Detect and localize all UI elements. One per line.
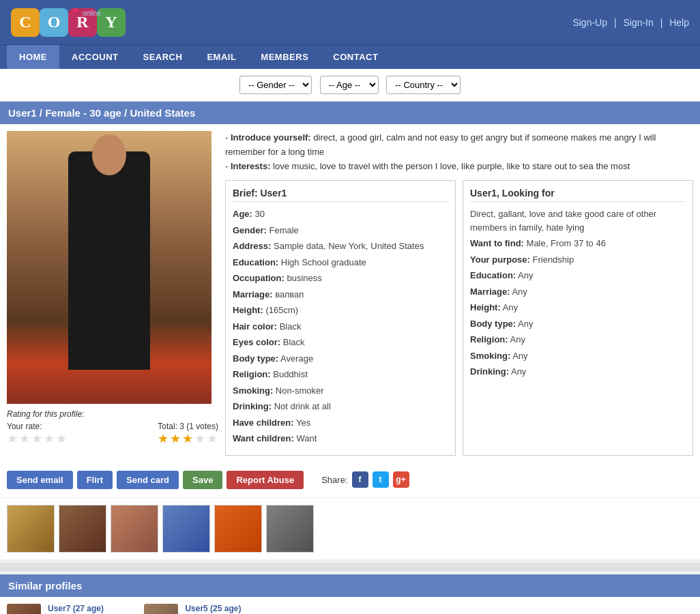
- detail-row: Drinking: Not drink at all: [233, 400, 448, 413]
- looking-for-row: Height: Any: [470, 301, 686, 315]
- logo-y: Y: [97, 8, 126, 37]
- signup-link[interactable]: Sign-Up: [572, 17, 607, 28]
- detail-row: Gender: Female: [233, 224, 448, 237]
- detail-row: Age: 30: [233, 207, 448, 221]
- help-link[interactable]: Help: [669, 17, 689, 28]
- looking-for-row: Education: Any: [470, 269, 686, 282]
- similar-profiles-list: User7 (27 age) Somewhere, New York User5…: [0, 597, 700, 614]
- similar-name-1: User7 (27 age): [48, 604, 130, 613]
- profile-right: - Introduce yourself: direct, a good gir…: [225, 131, 693, 456]
- similar-profile-item[interactable]: User5 (25 age) Somewhere, New York: [144, 604, 267, 614]
- profile-left: Rating for this profile: Your rate: ★ ★ …: [7, 131, 218, 456]
- looking-for-row: Marriage: Any: [470, 285, 686, 299]
- similar-section: Similar profiles User7 (27 age) Somewher…: [0, 574, 700, 614]
- intro-label-1: Introduce yourself:: [231, 132, 311, 143]
- send-email-button[interactable]: Send email: [7, 471, 73, 489]
- detail-row: Religion: Buddhist: [233, 368, 448, 381]
- thumbnail-6[interactable]: [266, 505, 314, 553]
- total-star-1: ★: [158, 431, 169, 446]
- intro-text-2: love music, love to travel with the pers…: [270, 161, 630, 171]
- googleplus-share-icon[interactable]: g+: [393, 471, 409, 488]
- profile-header-bar: User1 / Female - 30 age / United States: [0, 102, 700, 124]
- detail-row: Education: High School graduate: [233, 256, 448, 269]
- nav-email[interactable]: EMAIL: [194, 45, 248, 69]
- country-select[interactable]: -- Country --: [386, 76, 461, 94]
- similar-name-2: User5 (25 age): [185, 604, 267, 613]
- heart-icon: ♥: [72, 5, 78, 16]
- rating-area: Rating for this profile: Your rate: ★ ★ …: [7, 404, 218, 452]
- save-button[interactable]: Save: [183, 471, 222, 489]
- twitter-share-icon[interactable]: t: [373, 471, 389, 488]
- total-star-3: ★: [182, 431, 193, 446]
- total-stars: ★ ★ ★ ★ ★: [158, 431, 218, 446]
- looking-for-row: Body type: Any: [470, 317, 686, 331]
- share-area: Share: f t g+: [321, 471, 409, 488]
- similar-avatar-1: [7, 604, 41, 614]
- filter-bar: -- Gender -- Male Female -- Age -- -- Co…: [0, 69, 700, 102]
- thumbnail-3[interactable]: [111, 505, 158, 553]
- photo-figure: [68, 151, 150, 370]
- photo-head: [92, 134, 126, 175]
- report-abuse-button[interactable]: Report Abuse: [227, 471, 304, 489]
- detail-row: Hair color: Black: [233, 320, 448, 334]
- detail-row: Smoking: Non-smoker: [233, 384, 448, 398]
- looking-for-row: Smoking: Any: [470, 349, 686, 363]
- header-links: Sign-Up | Sign-In | Help: [572, 17, 689, 28]
- similar-header: Similar profiles: [0, 574, 700, 597]
- brief-header: Brief: User1: [233, 188, 448, 202]
- nav-bar: HOME ACCOUNT SEARCH EMAIL MEMBERS CONTAC…: [0, 44, 700, 69]
- detail-row: Height: (165cm): [233, 304, 448, 317]
- detail-row: Address: Sample data, New York, United S…: [233, 239, 448, 253]
- thumbnails: [0, 497, 700, 559]
- logo-c: C: [11, 8, 40, 37]
- looking-for-row: Want to find: Male, From 37 to 46: [470, 237, 686, 250]
- looking-for-header: User1, Looking for: [470, 188, 686, 202]
- share-label: Share:: [321, 475, 347, 485]
- profile-tables: Brief: User1 Age: 30Gender: FemaleAddres…: [225, 180, 693, 456]
- looking-for-list: Direct, gallant, love and take good care…: [470, 207, 686, 379]
- detail-row: Eyes color: Black: [233, 336, 448, 349]
- flirt-button[interactable]: Flirt: [77, 471, 113, 489]
- total-star-4: ★: [194, 431, 205, 446]
- nav-account[interactable]: ACCOUNT: [59, 45, 131, 69]
- profile-table-right: User1, Looking for Direct, gallant, love…: [463, 180, 693, 456]
- total-star-5: ★: [207, 431, 218, 446]
- intro-label-2: Interests:: [231, 161, 271, 171]
- total-star-2: ★: [170, 431, 181, 446]
- your-stars[interactable]: ★ ★ ★ ★ ★: [7, 431, 67, 446]
- rating-label: Rating for this profile:: [7, 409, 218, 419]
- logo-o: O: [40, 8, 68, 37]
- star-2[interactable]: ★: [19, 431, 30, 446]
- star-3[interactable]: ★: [31, 431, 42, 446]
- age-select[interactable]: -- Age --: [320, 76, 379, 94]
- detail-row: Marriage: вапвап: [233, 288, 448, 302]
- details-list: Age: 30Gender: FemaleAddress: Sample dat…: [233, 207, 448, 445]
- nav-search[interactable]: SEARCH: [131, 45, 195, 69]
- intro-text: - Introduce yourself: direct, a good gir…: [225, 131, 693, 173]
- nav-members[interactable]: MEMBERS: [248, 45, 321, 69]
- thumbnail-4[interactable]: [162, 505, 210, 553]
- thumbnail-2[interactable]: [59, 505, 106, 553]
- similar-profile-item[interactable]: User7 (27 age) Somewhere, New York: [7, 604, 130, 614]
- similar-avatar-2: [144, 604, 178, 614]
- detail-row: Occupation: business: [233, 272, 448, 285]
- nav-home[interactable]: HOME: [7, 45, 59, 69]
- profile-body: Rating for this profile: Your rate: ★ ★ …: [0, 124, 700, 463]
- send-card-button[interactable]: Send card: [117, 471, 179, 489]
- thumbnail-1[interactable]: [7, 505, 55, 553]
- star-1[interactable]: ★: [7, 431, 18, 446]
- profile-table-left: Brief: User1 Age: 30Gender: FemaleAddres…: [225, 180, 456, 456]
- signin-link[interactable]: Sign-In: [623, 17, 653, 28]
- nav-contact[interactable]: CONTACT: [321, 45, 390, 69]
- looking-for-row: Religion: Any: [470, 333, 686, 347]
- your-rate-label: Your rate:: [7, 422, 67, 431]
- rating-row: Your rate: ★ ★ ★ ★ ★ Total: 3 (1 votes) …: [7, 422, 218, 446]
- thumbnail-5[interactable]: [214, 505, 262, 553]
- logo-area: C O R Y ♥ online: [11, 8, 126, 37]
- star-4[interactable]: ★: [44, 431, 55, 446]
- star-5[interactable]: ★: [56, 431, 67, 446]
- total-votes: Total: 3 (1 votes): [158, 422, 218, 431]
- facebook-share-icon[interactable]: f: [352, 471, 368, 488]
- gender-select[interactable]: -- Gender -- Male Female: [239, 76, 312, 94]
- section-divider: [0, 563, 700, 571]
